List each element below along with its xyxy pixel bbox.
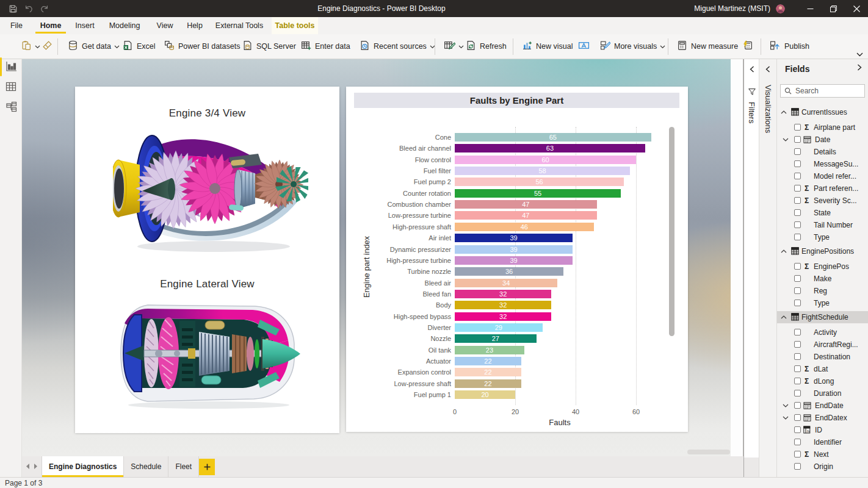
expand-caret-icon[interactable] [783,138,789,142]
field-item-state[interactable]: State [777,207,868,219]
collapse-caret-icon[interactable] [781,249,787,253]
expand-filters-icon[interactable] [744,66,759,74]
menu-tab-home[interactable]: Home [35,17,67,34]
field-checkbox[interactable] [794,209,801,216]
field-item-date[interactable]: Date [777,134,868,146]
field-item-id[interactable]: fxID [777,424,868,436]
publish-button[interactable]: Publish [767,37,812,56]
field-item-reg[interactable]: Reg [777,285,868,297]
field-item-part-referen[interactable]: ΣPart referen... [777,182,868,195]
field-item-dlong[interactable]: ΣdLong [777,375,868,387]
field-checkbox[interactable] [794,221,801,228]
field-item-identifier[interactable]: Identifier [777,436,868,448]
recent-sources-button[interactable]: Recent sources [356,37,438,56]
field-checkbox[interactable] [794,439,801,445]
new-visual-button[interactable]: New visual [519,37,576,56]
data-view-button[interactable] [0,79,22,95]
field-item-enddatex[interactable]: EndDatex [777,412,868,424]
field-checkbox[interactable] [794,160,801,167]
field-checkbox[interactable] [794,414,801,421]
field-item-origin[interactable]: Origin [777,461,868,473]
expand-visualizations-icon[interactable] [759,66,776,74]
avatar[interactable] [776,4,785,13]
chart-scrollbar-thumb[interactable] [669,127,675,336]
restore-button[interactable] [822,0,845,17]
save-icon[interactable] [6,2,20,15]
field-item-make[interactable]: Make [777,273,868,285]
menu-tab-file[interactable]: File [3,17,30,34]
collapse-fields-icon[interactable] [857,64,862,73]
field-checkbox[interactable] [794,275,801,282]
field-checkbox[interactable] [794,390,801,396]
menu-tab-external-tools[interactable]: External Tools [211,17,267,34]
field-checkbox[interactable] [794,426,801,433]
field-checkbox[interactable] [794,185,801,192]
field-checkbox[interactable] [794,287,801,294]
undo-icon[interactable] [22,2,35,15]
text-box-button[interactable] [575,37,593,56]
enter-data-button[interactable]: Enter data [298,37,353,56]
excel-button[interactable]: Excel [120,37,159,56]
menu-tab-view[interactable]: View [150,17,179,34]
filters-pane-collapsed[interactable]: Filters [744,59,759,458]
field-checkbox[interactable] [794,378,801,384]
page-tab-engine-diagnostics[interactable]: Engine Diagnostics [42,456,124,477]
refresh-button[interactable]: Refresh [463,37,510,56]
fields-table-fightschedule[interactable]: FightSchedule [777,311,868,323]
fields-table-currentissues[interactable]: CurrentIssues [777,106,868,118]
field-item-duration[interactable]: Duration [777,387,868,400]
new-page-button[interactable] [199,459,215,475]
get-data-button[interactable]: Get data [65,37,123,56]
field-checkbox[interactable] [794,148,801,155]
field-checkbox[interactable] [794,402,801,409]
field-item-enginepos[interactable]: ΣEnginePos [777,260,868,273]
menu-tab-help[interactable]: Help [181,17,208,34]
field-item-tail-number[interactable]: Tail Number [777,219,868,231]
field-checkbox[interactable] [794,353,801,360]
field-checkbox[interactable] [794,300,801,306]
menu-tab-insert[interactable]: Insert [70,17,100,34]
power-bi-datasets-button[interactable]: Power BI datasets [161,37,243,56]
field-item-messagesu[interactable]: MessageSu... [777,158,868,170]
page-tab-fleet[interactable]: Fleet [168,456,199,477]
field-item-destination[interactable]: Destination [777,351,868,363]
collapse-ribbon-icon[interactable] [856,50,863,59]
close-button[interactable] [845,0,868,17]
field-item-activity[interactable]: Activity [777,326,868,339]
field-item-dlat[interactable]: ΣdLat [777,363,868,375]
field-item-enddate[interactable]: EndDate [777,400,868,412]
field-checkbox[interactable] [794,341,801,348]
page-nav-forward-icon[interactable] [34,462,38,471]
report-canvas[interactable]: Engine 3/4 View [22,59,743,456]
collapse-caret-icon[interactable] [781,110,787,114]
menu-tab-table-tools[interactable]: Table tools [272,17,318,34]
field-item-model-refer[interactable]: Model refer... [777,170,868,182]
model-view-button[interactable] [0,99,22,115]
field-item-severity-sc[interactable]: ΣSeverity Sc... [777,195,868,207]
field-item-type[interactable]: Type [777,231,868,243]
fields-search-input[interactable]: Search [780,84,865,98]
field-checkbox[interactable] [794,365,801,372]
faults-by-engine-part-visual[interactable]: Faults by Engine Part Engine part index … [346,87,688,432]
field-item-next[interactable]: ΣNext [777,448,868,461]
field-checkbox[interactable] [794,329,801,336]
field-checkbox[interactable] [794,136,801,143]
engine-views-visual[interactable]: Engine 3/4 View [75,87,339,433]
canvas-horizontal-scrollbar[interactable] [687,450,730,454]
field-item-aircraftregi[interactable]: AircraftRegi... [777,339,868,351]
field-checkbox[interactable] [794,451,801,458]
field-checkbox[interactable] [794,234,801,240]
new-measure-button[interactable]: New measure [674,37,741,56]
field-checkbox[interactable] [794,463,801,470]
redo-icon[interactable] [38,2,51,15]
field-item-details[interactable]: Details [777,146,868,158]
field-checkbox[interactable] [794,173,801,179]
page-nav-back-icon[interactable] [26,462,30,471]
collapse-caret-icon[interactable] [781,315,787,319]
format-painter-button[interactable] [39,37,56,56]
report-view-button[interactable] [0,59,22,75]
page-tab-schedule[interactable]: Schedule [124,456,168,477]
field-checkbox[interactable] [794,197,801,204]
field-item-airplane-part[interactable]: ΣAirplane part [777,121,868,134]
quick-measure-button[interactable] [740,37,756,56]
